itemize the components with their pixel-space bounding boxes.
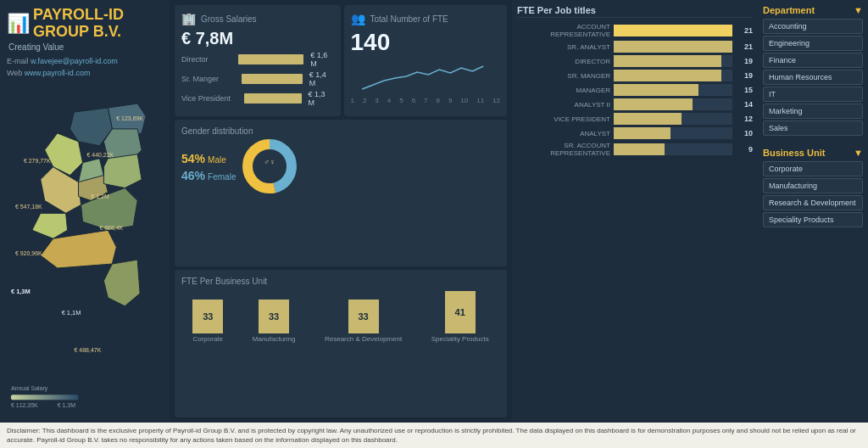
business-unit-item[interactable]: Speciality Products	[763, 212, 863, 227]
card-header: 🏢 Gross Salaries	[181, 12, 334, 25]
job-count: 12	[736, 115, 753, 123]
bu-bar-label: Research & Development	[325, 335, 402, 344]
job-name: ANALYST II	[517, 101, 610, 109]
svg-text:€ 668,4K: € 668,4K	[99, 226, 123, 232]
svg-text:€ 112,35K: € 112,35K	[11, 403, 38, 409]
svg-text:€ 440,22K: € 440,22K	[86, 152, 114, 158]
job-bar-fill	[614, 127, 670, 139]
gross-salaries-total: € 7,8M	[181, 29, 334, 48]
job-count: 15	[736, 86, 753, 94]
business-unit-items: CorporateManufacturingResearch & Develop…	[763, 161, 863, 227]
gender-content: 54% Male 46% Female ♂♀	[181, 139, 500, 194]
female-pct: 46%	[181, 169, 205, 182]
disclaimer-text: Disclaimer: This dashboard is the exclus…	[7, 427, 856, 444]
job-bar-fill	[614, 98, 693, 110]
salary-bar-fill	[244, 93, 302, 104]
bu-bar-group: 33 Corporate	[192, 300, 223, 344]
web-label: Web	[7, 69, 22, 77]
job-name: ANALYST	[517, 130, 610, 137]
building-icon: 🏢	[181, 12, 196, 25]
job-bar-fill	[614, 143, 665, 155]
job-bar-row: SR. ACCOUNT REPRESENTATIVE 9	[517, 142, 753, 157]
department-filter: Department ▼ AccountingEngineeringFinanc…	[763, 5, 863, 137]
job-count: 21	[736, 26, 753, 35]
job-name: SR. ANALYST	[517, 43, 610, 51]
job-name: MANAGER	[517, 87, 610, 94]
email-link[interactable]: w.favejee@payroll-id.com	[31, 57, 118, 65]
svg-text:€ 1,2M: € 1,2M	[91, 194, 108, 200]
department-item[interactable]: Marketing	[763, 104, 863, 119]
gender-donut-chart: ♂♀	[242, 139, 298, 194]
fte-bu-card: FTE Per Business Unit 33 Corporate 33 Ma…	[175, 270, 507, 417]
fte-job-panel: FTE Per Job titles ACCOUNT REPRESENTATIV…	[512, 0, 758, 423]
bu-bar-label: Corporate	[192, 335, 223, 344]
job-bar-fill	[614, 113, 682, 125]
business-unit-item[interactable]: Corporate	[763, 161, 863, 176]
job-bar-row: VICE PRESIDENT 12	[517, 113, 753, 125]
salary-row: Sr. Manger € 1,4 M	[181, 70, 334, 87]
svg-text:€ 1,3M: € 1,3M	[11, 288, 31, 295]
bu-bar: 33	[348, 300, 379, 333]
job-bar-wrap	[614, 113, 732, 125]
department-item[interactable]: Finance	[763, 53, 863, 68]
sparkline-axis: 123456789101112	[351, 97, 500, 104]
gross-salaries-title: Gross Salaries	[201, 14, 257, 24]
bu-bar-group: 33 Research & Development	[325, 300, 402, 344]
male-pct: 54%	[181, 152, 205, 165]
business-unit-item[interactable]: Manufacturing	[763, 178, 863, 193]
department-item[interactable]: Accounting	[763, 19, 863, 34]
fte-total-value: 140	[351, 29, 500, 56]
fte-total-card: 👥 Total Number of FTE 140 12345678910111…	[344, 5, 507, 116]
business-unit-title: Business Unit ▼	[763, 148, 863, 158]
job-name: DIRECTOR	[517, 58, 610, 65]
bu-filter-icon[interactable]: ▼	[854, 148, 863, 158]
logo-area: 📊 PAYROLL-ID GROUP B.V. Creating Value E…	[7, 7, 163, 79]
bu-bar-label: Manufacturing	[253, 335, 296, 344]
salary-row: Director € 1,6 M	[181, 51, 334, 68]
job-bar-wrap	[614, 55, 732, 67]
business-unit-item[interactable]: Research & Development	[763, 195, 863, 210]
job-bar-row: ACCOUNT REPRESENTATIVE 21	[517, 23, 753, 38]
bu-bar-label: Speciality Products	[431, 335, 489, 344]
sparkline: 123456789101112	[351, 59, 500, 104]
disclaimer: Disclaimer: This dashboard is the exclus…	[0, 423, 868, 448]
job-bar-fill	[614, 55, 721, 67]
department-item[interactable]: Sales	[763, 120, 863, 136]
logo: 📊 PAYROLL-ID GROUP B.V.	[7, 7, 163, 41]
job-bars-container: ACCOUNT REPRESENTATIVE 21 SR. ANALYST 21…	[517, 23, 753, 157]
job-bar-row: SR. MANGER 19	[517, 70, 753, 81]
job-count: 9	[736, 145, 753, 154]
job-bar-fill	[614, 25, 732, 36]
bu-bar-group: 33 Manufacturing	[253, 300, 296, 344]
top-row: 🏢 Gross Salaries € 7,8M Director € 1,6 M…	[175, 5, 507, 116]
gender-card: Gender distribution 54% Male 46% Female	[175, 120, 507, 266]
job-name: ACCOUNT REPRESENTATIVE	[517, 23, 610, 38]
gender-stats: 54% Male 46% Female	[181, 152, 236, 182]
department-item[interactable]: IT	[763, 87, 863, 102]
netherlands-map: € 123,69K € 279,77K € 440,22K € 547,18K …	[7, 87, 163, 415]
department-item[interactable]: Engineering	[763, 36, 863, 51]
female-label: Female	[208, 172, 236, 182]
job-count: 10	[736, 129, 753, 137]
job-bar-wrap	[614, 41, 732, 53]
job-bar-row: MANAGER 15	[517, 84, 753, 96]
salary-bar-fill	[242, 74, 302, 84]
department-title: Department ▼	[763, 5, 863, 15]
svg-text:♂♀: ♂♀	[264, 158, 276, 166]
job-name: SR. MANGER	[517, 72, 610, 80]
salary-bar-fill	[238, 54, 303, 64]
bu-bar-group: 41 Speciality Products	[431, 291, 489, 344]
web-link[interactable]: www.payroll-id.com	[25, 69, 91, 77]
fte-jobs-title: FTE Per Job titles	[517, 5, 753, 18]
department-item[interactable]: Human Resources	[763, 70, 863, 85]
salary-amount: € 1,4 M	[309, 70, 334, 87]
filter-icon[interactable]: ▼	[854, 5, 863, 15]
job-count: 21	[736, 42, 753, 51]
fte-total-title: Total Number of FTE	[370, 14, 448, 24]
left-panel: 📊 PAYROLL-ID GROUP B.V. Creating Value E…	[0, 0, 170, 423]
logo-line2: GROUP B.V.	[33, 24, 124, 41]
job-name: SR. ACCOUNT REPRESENTATIVE	[517, 142, 610, 157]
svg-text:€ 488,47K: € 488,47K	[75, 348, 102, 354]
bu-bar: 41	[445, 291, 476, 333]
job-count: 14	[736, 100, 753, 109]
